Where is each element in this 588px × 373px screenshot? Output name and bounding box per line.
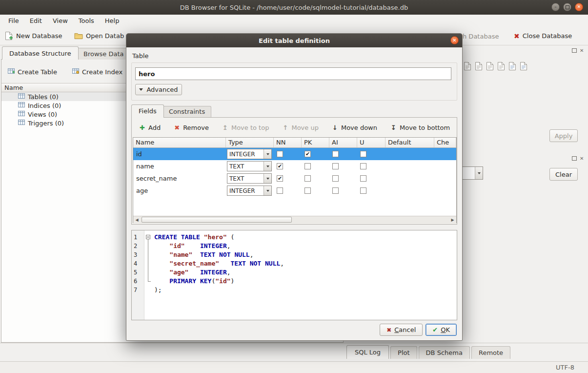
dock-toolbar-icon[interactable]: [464, 62, 471, 71]
field-row-age[interactable]: ageINTEGER: [133, 185, 456, 197]
tab-browse-data[interactable]: Browse Data: [77, 48, 130, 60]
clear-button[interactable]: Clear: [549, 168, 578, 181]
create-table-button[interactable]: Create Table: [8, 66, 57, 77]
line-number: 5: [134, 268, 144, 277]
menu-edit[interactable]: Edit: [25, 16, 46, 25]
type-combobox[interactable]: INTEGER: [227, 186, 272, 196]
pk-checkbox[interactable]: [304, 151, 311, 157]
nn-checkbox[interactable]: [277, 163, 283, 169]
pk-cell: [302, 187, 329, 194]
scrollbar-thumb[interactable]: [142, 217, 292, 223]
bottom-tab-db-schema[interactable]: DB Schema: [419, 346, 470, 359]
cancel-button[interactable]: ✖Cancel: [380, 324, 423, 336]
chevron-down-icon[interactable]: [264, 149, 271, 159]
encoding-indicator[interactable]: UTF-8: [556, 364, 574, 371]
u-checkbox[interactable]: [360, 175, 366, 182]
table-name-input[interactable]: [135, 67, 451, 80]
chevron-down-icon[interactable]: [264, 186, 271, 195]
menu-file[interactable]: File: [4, 16, 23, 25]
maximize-icon[interactable]: [563, 3, 571, 11]
line-number: 3: [134, 250, 144, 259]
pk-checkbox[interactable]: [304, 187, 311, 194]
window-controls: – ✕: [551, 3, 583, 11]
nn-checkbox[interactable]: [277, 187, 283, 194]
create-index-button[interactable]: Create Index: [72, 66, 122, 77]
field-row-secret-name[interactable]: secret_nameTEXT: [133, 172, 456, 185]
nn-cell: [274, 163, 302, 169]
u-checkbox[interactable]: [360, 163, 366, 169]
dock-toolbar-icon[interactable]: [497, 62, 505, 71]
tab-constraints[interactable]: Constraints: [162, 106, 211, 118]
ok-icon: ✔: [432, 326, 438, 333]
dock-close-icon[interactable]: ✕: [580, 48, 584, 53]
action-label: Move down: [341, 124, 377, 131]
field-row-name[interactable]: nameTEXT: [133, 160, 456, 172]
dialog-close-icon[interactable]: ✕: [450, 36, 459, 44]
nn-checkbox[interactable]: [277, 151, 283, 157]
scroll-left-icon[interactable]: ◀: [133, 216, 141, 224]
u-checkbox[interactable]: [360, 151, 366, 157]
column-header-ai[interactable]: AI: [329, 138, 357, 147]
nn-checkbox[interactable]: [277, 175, 283, 182]
open-database-button[interactable]: Open Datab: [74, 30, 124, 42]
horizontal-scrollbar[interactable]: ◀ ▶: [133, 216, 456, 224]
bottom-tab-plot[interactable]: Plot: [390, 346, 417, 359]
dock-toolbar-icon[interactable]: [520, 62, 527, 71]
chevron-down-icon[interactable]: [264, 174, 271, 183]
menu-help[interactable]: Help: [101, 16, 124, 25]
column-header-nn[interactable]: NN: [274, 138, 302, 147]
fold-collapse-icon[interactable]: [146, 235, 150, 239]
menu-view[interactable]: View: [48, 16, 72, 25]
apply-button[interactable]: Apply: [549, 129, 578, 142]
pk-checkbox[interactable]: [304, 163, 311, 169]
dock-float-icon[interactable]: [572, 156, 577, 161]
chevron-down-icon[interactable]: [264, 162, 271, 171]
column-header-che[interactable]: Che: [434, 138, 456, 147]
minimize-icon[interactable]: –: [551, 3, 560, 11]
field-row-id[interactable]: idINTEGER: [133, 148, 456, 160]
dock-toolbar-icon[interactable]: [486, 62, 494, 71]
dock-toolbar-icon[interactable]: [475, 62, 483, 71]
attach-database-label[interactable]: h Database: [463, 33, 499, 40]
close-icon[interactable]: ✕: [575, 3, 583, 11]
dock-close-icon[interactable]: ✕: [580, 156, 584, 161]
action-add[interactable]: ✚Add: [139, 124, 161, 131]
tab-database-structure[interactable]: Database Structure: [2, 46, 79, 60]
advanced-toggle-button[interactable]: Advanced: [135, 84, 182, 95]
ai-checkbox[interactable]: [332, 151, 339, 157]
new-database-button[interactable]: New Database: [5, 30, 62, 42]
type-combobox[interactable]: TEXT: [227, 173, 272, 184]
action-move-down[interactable]: ↓Move down: [331, 124, 377, 131]
ai-checkbox[interactable]: [332, 187, 339, 194]
column-header-type[interactable]: Type: [226, 138, 274, 147]
column-header-name[interactable]: Name: [133, 138, 226, 147]
ai-checkbox[interactable]: [332, 163, 339, 169]
action-move-to-bottom[interactable]: ↧Move to bottom: [390, 124, 450, 131]
menu-tools[interactable]: Tools: [74, 16, 99, 25]
ai-checkbox[interactable]: [332, 175, 339, 182]
fold-margin: [144, 230, 152, 320]
type-value: INTEGER: [227, 151, 264, 158]
column-header-u[interactable]: U: [357, 138, 385, 147]
scroll-right-icon[interactable]: ▶: [449, 216, 456, 224]
line-number: 6: [134, 277, 144, 286]
ok-button[interactable]: ✔OK: [426, 324, 457, 336]
column-header-pk[interactable]: PK: [302, 138, 329, 147]
dock-toolbar-icon[interactable]: [508, 62, 516, 71]
column-header-default[interactable]: Default: [385, 138, 434, 147]
line-number: 7: [134, 286, 144, 294]
pk-checkbox[interactable]: [304, 175, 311, 182]
close-database-button[interactable]: ✖ Close Database: [514, 30, 572, 42]
type-combobox[interactable]: INTEGER: [227, 149, 272, 159]
bottom-tab-sql-log[interactable]: SQL Log: [346, 345, 389, 359]
action-remove[interactable]: ✖Remove: [173, 124, 209, 131]
type-combobox[interactable]: TEXT: [227, 161, 272, 171]
edit-table-definition-dialog: Edit table definition ✕ Table Advanced F…: [126, 33, 463, 341]
dock-float-icon[interactable]: [572, 48, 577, 53]
bottom-tab-remote[interactable]: Remote: [471, 346, 510, 359]
ai-cell: [329, 175, 357, 182]
field-type-cell: INTEGER: [226, 149, 274, 159]
chevron-down-icon[interactable]: [475, 167, 483, 179]
tab-fields[interactable]: Fields: [131, 104, 164, 118]
u-checkbox[interactable]: [360, 187, 366, 194]
